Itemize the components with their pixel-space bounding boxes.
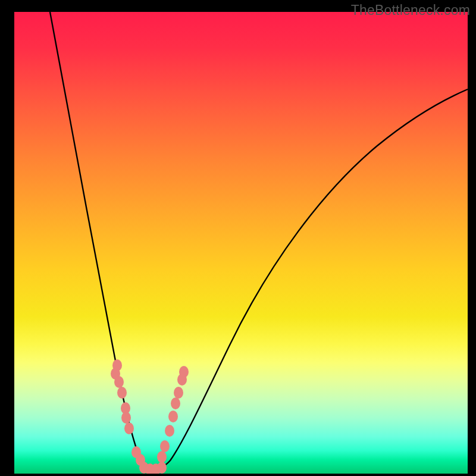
data-point-marker <box>114 376 124 388</box>
left-curve <box>50 12 152 469</box>
data-point-marker <box>157 462 167 474</box>
data-point-marker <box>124 422 134 434</box>
data-point-marker <box>177 374 187 386</box>
data-point-marker <box>171 397 180 409</box>
data-point-marker <box>131 446 141 458</box>
data-point-marker <box>165 425 174 437</box>
data-point-marker <box>179 366 189 378</box>
data-point-marker <box>136 454 145 466</box>
markers-right <box>157 366 189 463</box>
data-point-marker <box>168 411 178 422</box>
data-point-marker <box>117 387 127 399</box>
data-point-marker <box>145 464 155 474</box>
data-point-marker <box>160 440 170 452</box>
data-point-marker <box>121 412 131 424</box>
right-curve <box>152 89 468 469</box>
data-point-marker <box>151 464 161 474</box>
gradient-plot-area <box>14 12 468 474</box>
data-point-marker <box>111 368 120 380</box>
data-point-marker <box>112 359 122 371</box>
data-point-marker <box>174 387 183 399</box>
data-point-marker <box>139 462 149 474</box>
markers-left <box>111 359 145 466</box>
watermark-text: TheBottleneck.com <box>351 2 470 18</box>
data-point-marker <box>157 451 167 463</box>
markers-bottom <box>139 462 167 474</box>
plot-svg <box>14 12 468 474</box>
data-point-marker <box>121 402 130 414</box>
